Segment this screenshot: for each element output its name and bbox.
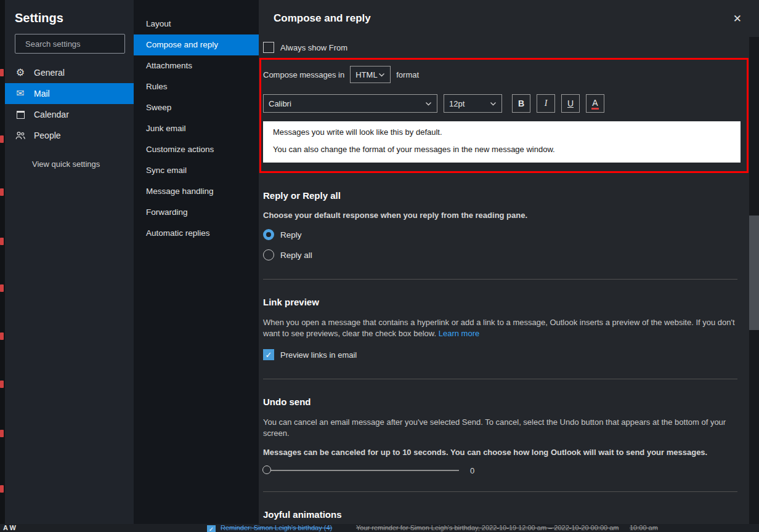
background-email-subject-link[interactable]: Reminder: Simon Leigh's birthday (4) [221, 524, 332, 531]
reply-radio[interactable] [263, 229, 274, 240]
close-button[interactable]: ✕ [733, 14, 742, 24]
undo-send-instruction: Messages can be canceled for up to 10 se… [263, 448, 749, 457]
subnav-item-message-handling[interactable]: Message handling [134, 181, 259, 202]
sidebar-item-calendar[interactable]: Calendar [5, 104, 134, 125]
page-title: Compose and reply [274, 12, 371, 25]
check-icon: ✓ [266, 350, 272, 360]
preview-links-row[interactable]: ✓ Preview links in email [263, 349, 749, 360]
background-red-mark [0, 430, 4, 437]
sidebar-item-label: General [34, 68, 65, 78]
panel-content: ✓ Always show From Compose messages in H… [259, 37, 749, 524]
background-red-mark [0, 238, 4, 245]
learn-more-link[interactable]: Learn more [439, 329, 479, 338]
background-email-row: A W ✓ Reminder: Simon Leigh's birthday (… [0, 524, 759, 532]
link-preview-description: When you open a message that contains a … [263, 317, 739, 339]
vertical-scrollbar[interactable] [749, 37, 759, 524]
font-family-dropdown[interactable]: Calibri [263, 94, 437, 113]
outlook-settings-window: A W ✓ Reminder: Simon Leigh's birthday (… [0, 0, 759, 532]
close-icon: ✕ [733, 13, 742, 25]
link-preview-title: Link preview [263, 297, 749, 307]
message-preview-box: Messages you write will look like this b… [263, 121, 741, 163]
undo-send-slider[interactable] [263, 470, 459, 471]
background-avatar-initials: A W [3, 524, 16, 531]
subnav-item-junk-email[interactable]: Junk email [134, 118, 259, 139]
view-quick-settings-link[interactable]: View quick settings [32, 159, 134, 169]
joyful-animations-title: Joyful animations [263, 509, 749, 520]
sidebar-item-label: Calendar [34, 110, 69, 119]
check-icon: ✓ [209, 526, 214, 532]
subnav-item-layout[interactable]: Layout [134, 14, 259, 34]
font-size-value: 12pt [449, 99, 465, 108]
always-show-from-label: Always show From [280, 43, 347, 52]
chevron-down-icon [490, 102, 497, 106]
chevron-down-icon [425, 102, 432, 106]
subnav-item-compose-and-reply[interactable]: Compose and reply [134, 34, 259, 55]
font-size-dropdown[interactable]: 12pt [444, 94, 502, 113]
reply-all-radio-label: Reply all [280, 251, 312, 260]
settings-dialog: Settings ⚙ General ✉ Mail Calendar [5, 0, 759, 524]
background-red-mark [0, 69, 4, 76]
background-red-mark [0, 135, 4, 143]
compose-format-prefix: Compose messages in [263, 70, 344, 79]
italic-icon: I [545, 99, 548, 108]
bold-button[interactable]: B [512, 94, 530, 113]
font-family-value: Calibri [269, 99, 291, 108]
reply-all-radio-row[interactable]: Reply all [263, 249, 749, 260]
subnav-item-sweep[interactable]: Sweep [134, 97, 259, 118]
reply-all-radio[interactable] [263, 249, 274, 260]
reply-section-description: Choose your default response when you re… [263, 211, 749, 220]
reply-section-title: Reply or Reply all [263, 190, 749, 201]
always-show-from-checkbox[interactable]: ✓ [263, 42, 274, 53]
preview-line-1: Messages you write will look like this b… [273, 127, 731, 137]
slider-thumb[interactable] [262, 465, 271, 474]
undo-send-slider-row: 0 [263, 465, 749, 475]
sidebar-item-label: People [34, 131, 61, 140]
format-buttons: B I U A [512, 94, 604, 113]
gear-icon: ⚙ [15, 68, 26, 78]
people-icon [15, 131, 26, 140]
compose-and-reply-panel: Compose and reply ✕ ✓ Always show From C… [259, 0, 759, 524]
red-annotation-box: Compose messages in HTML format Calibri [259, 58, 749, 173]
calendar-icon [15, 111, 26, 119]
reply-radio-label: Reply [280, 230, 302, 240]
font-color-icon: A [591, 98, 598, 110]
background-window-edge [0, 0, 5, 532]
underline-icon: U [567, 99, 574, 108]
subnav-item-sync-email[interactable]: Sync email [134, 160, 259, 181]
compose-format-suffix: format [396, 70, 419, 79]
background-red-mark [0, 485, 4, 493]
subnav-item-forwarding[interactable]: Forwarding [134, 202, 259, 223]
preview-links-checkbox[interactable]: ✓ [263, 349, 274, 360]
background-email-time: 10:00 am [630, 524, 658, 531]
background-row-checkbox[interactable]: ✓ [207, 525, 216, 532]
section-divider [263, 491, 737, 492]
reply-radio-row[interactable]: Reply [263, 229, 749, 240]
sidebar-item-general[interactable]: ⚙ General [5, 62, 134, 83]
underline-button[interactable]: U [561, 94, 580, 113]
undo-send-description: You can cancel an email message after yo… [263, 417, 739, 439]
scrollbar-thumb[interactable] [749, 216, 759, 330]
subnav-item-customize-actions[interactable]: Customize actions [134, 139, 259, 160]
mail-settings-subnav: Layout Compose and reply Attachments Rul… [134, 0, 259, 524]
message-format-dropdown[interactable]: HTML [350, 66, 391, 83]
mail-icon: ✉ [15, 89, 26, 99]
search-settings-box[interactable] [15, 34, 125, 54]
bold-icon: B [518, 99, 524, 108]
slider-value: 0 [470, 466, 474, 475]
subnav-item-rules[interactable]: Rules [134, 76, 259, 97]
search-input[interactable] [25, 39, 134, 49]
sidebar-item-mail[interactable]: ✉ Mail [5, 83, 134, 104]
always-show-from-row[interactable]: ✓ Always show From [263, 42, 749, 53]
sidebar-item-label: Mail [34, 89, 50, 99]
font-toolbar: Calibri 12pt B [263, 94, 741, 113]
subnav-item-automatic-replies[interactable]: Automatic replies [134, 223, 259, 244]
font-color-button[interactable]: A [586, 94, 604, 113]
preview-line-2: You can also change the format of your m… [273, 145, 731, 154]
subnav-item-attachments[interactable]: Attachments [134, 55, 259, 76]
background-red-mark [0, 332, 4, 340]
sidebar-item-people[interactable]: People [5, 125, 134, 146]
compose-format-row: Compose messages in HTML format [263, 66, 741, 83]
section-divider [263, 379, 737, 379]
link-preview-text: When you open a message that contains a … [263, 318, 735, 338]
italic-button[interactable]: I [537, 94, 555, 113]
